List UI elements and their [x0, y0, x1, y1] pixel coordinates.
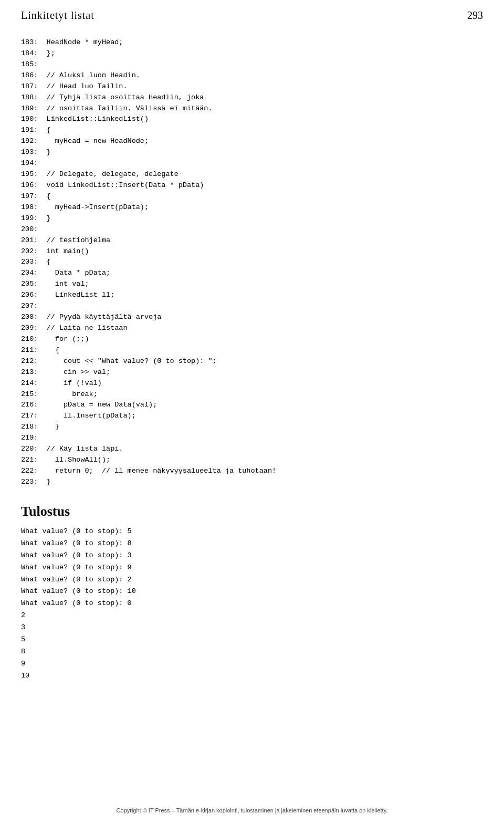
page-number: 293	[467, 9, 483, 22]
page-header: Linkitetyt listat 293	[0, 0, 504, 27]
content-area: 183: HeadNode * myHead; 184: }; 185: 186…	[0, 27, 504, 703]
output-section-title: Tulostus	[21, 504, 483, 519]
footer-text: Copyright © IT Press – Tämän e-kirjan ko…	[117, 807, 388, 813]
page-footer: Copyright © IT Press – Tämän e-kirjan ko…	[0, 807, 504, 813]
output-block: What value? (0 to stop): 5 What value? (…	[21, 526, 483, 682]
page-title: Linkitetyt listat	[21, 9, 94, 22]
code-block: 183: HeadNode * myHead; 184: }; 185: 186…	[21, 37, 483, 488]
